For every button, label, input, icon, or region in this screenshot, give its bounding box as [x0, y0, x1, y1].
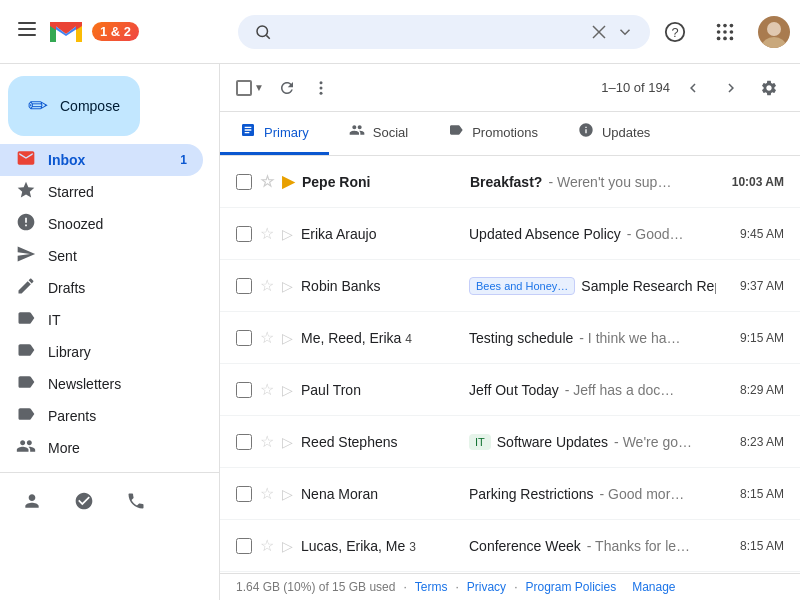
email-checkbox[interactable] — [236, 330, 252, 346]
manage-link[interactable]: Manage — [632, 580, 675, 594]
terms-link[interactable]: Terms — [415, 580, 448, 594]
search-icon — [254, 23, 272, 41]
email-row[interactable]: ☆ ▷ Paul Tron Jeff Out Today - Jeff has … — [220, 364, 800, 416]
apps-icon[interactable] — [708, 15, 742, 49]
email-preview: Jeff Out Today - Jeff has a doc… — [469, 382, 716, 398]
svg-point-5 — [257, 26, 268, 37]
email-row[interactable]: ☆ ▷ Reed Stephens IT Software Updates - … — [220, 416, 800, 468]
star-icon[interactable]: ☆ — [260, 172, 274, 191]
sidebar: ✏ Compose Inbox 1 Starred Snoozed — [0, 64, 220, 600]
tab-primary[interactable]: Primary — [220, 112, 329, 155]
star-icon[interactable]: ☆ — [260, 432, 274, 451]
help-icon[interactable]: ? — [658, 15, 692, 49]
tab-promotions[interactable]: Promotions — [428, 112, 558, 155]
email-subject: Jeff Out Today — [469, 382, 559, 398]
important-icon[interactable]: ▶ — [282, 172, 294, 191]
email-row[interactable]: ☆ ▷ Nena Moran Parking Restrictions - Go… — [220, 468, 800, 520]
settings-icon[interactable] — [754, 73, 784, 103]
forward-icon[interactable]: ▷ — [282, 538, 293, 554]
forward-icon[interactable]: ▷ — [282, 330, 293, 346]
svg-point-13 — [730, 23, 734, 27]
email-chip: IT — [469, 434, 491, 450]
email-time: 9:45 AM — [724, 227, 784, 241]
select-all-checkbox[interactable]: ▼ — [236, 80, 264, 96]
clear-search-icon[interactable] — [590, 23, 608, 41]
sidebar-item-library[interactable]: Library — [0, 336, 203, 368]
sidebar-item-drafts[interactable]: Drafts — [0, 272, 203, 304]
email-row[interactable]: ☆ ▷ Erika Araujo Updated Absence Policy … — [220, 208, 800, 260]
sidebar-item-snoozed[interactable]: Snoozed — [0, 208, 203, 240]
select-all-cb[interactable] — [236, 80, 252, 96]
forward-icon[interactable]: ▷ — [282, 278, 293, 294]
svg-point-21 — [762, 37, 786, 48]
email-count-badge: 3 — [409, 540, 416, 554]
star-icon[interactable]: ☆ — [260, 536, 274, 555]
drafts-icon — [16, 276, 36, 301]
forward-icon[interactable]: ▷ — [282, 382, 293, 398]
it-label-icon — [16, 308, 36, 333]
email-list: ☆ ▶ Pepe Roni Breakfast? - Weren't you s… — [220, 156, 800, 573]
sidebar-item-inbox[interactable]: Inbox 1 — [0, 144, 203, 176]
forward-icon[interactable]: ▷ — [282, 226, 293, 242]
snoozed-icon — [16, 212, 36, 237]
sidebar-item-starred[interactable]: Starred — [0, 176, 203, 208]
email-row[interactable]: ☆ ▷ Robin Banks Bees and Honey… Sample R… — [220, 260, 800, 312]
email-checkbox[interactable] — [236, 174, 252, 190]
tab-updates[interactable]: Updates — [558, 112, 670, 155]
compose-label: Compose — [60, 98, 120, 114]
more-toolbar-icon[interactable] — [306, 73, 336, 103]
search-bar[interactable]: projector — [238, 15, 650, 49]
email-preview: Parking Restrictions - Good mor… — [469, 486, 716, 502]
prev-page-icon[interactable] — [678, 73, 708, 103]
contacts-icon[interactable] — [16, 485, 48, 517]
tab-social[interactable]: Social — [329, 112, 428, 155]
email-subject: Updated Absence Policy — [469, 226, 621, 242]
newsletters-label-icon — [16, 372, 36, 397]
sidebar-label-sent: Sent — [48, 248, 77, 264]
policies-link[interactable]: Program Policies — [525, 580, 616, 594]
svg-rect-1 — [18, 28, 36, 30]
email-checkbox[interactable] — [236, 538, 252, 554]
promotions-tab-label: Promotions — [472, 125, 538, 140]
email-row[interactable]: ☆ ▶ Pepe Roni Breakfast? - Weren't you s… — [220, 156, 800, 208]
email-checkbox[interactable] — [236, 226, 252, 242]
email-subject: Sample Research Report — [581, 278, 716, 294]
sidebar-item-newsletters[interactable]: Newsletters — [0, 368, 203, 400]
storage-text: 1.64 GB (10%) of 15 GB used — [236, 580, 395, 594]
avatar[interactable] — [758, 16, 790, 48]
menu-icon[interactable] — [10, 12, 44, 51]
search-input[interactable]: projector — [280, 23, 582, 41]
logo-badge: 1 & 2 — [92, 22, 139, 41]
forward-icon[interactable]: ▷ — [282, 434, 293, 450]
select-dropdown-icon[interactable]: ▼ — [254, 82, 264, 93]
star-icon[interactable]: ☆ — [260, 224, 274, 243]
star-icon[interactable]: ☆ — [260, 276, 274, 295]
email-checkbox[interactable] — [236, 278, 252, 294]
sidebar-item-parents[interactable]: Parents — [0, 400, 203, 432]
toolbar-left: ▼ — [236, 73, 336, 103]
inbox-badge: 1 — [180, 153, 187, 167]
email-row[interactable]: ☆ ▷ Lucas, Erika, Me 3 Conference Week -… — [220, 520, 800, 572]
compose-button[interactable]: ✏ Compose — [8, 76, 140, 136]
email-checkbox[interactable] — [236, 486, 252, 502]
footer: 1.64 GB (10%) of 15 GB used · Terms · Pr… — [220, 573, 800, 600]
meet-icon[interactable] — [120, 485, 152, 517]
email-checkbox[interactable] — [236, 434, 252, 450]
search-options-icon[interactable] — [616, 23, 634, 41]
email-subject: Breakfast? — [470, 174, 542, 190]
email-checkbox[interactable] — [236, 382, 252, 398]
star-icon[interactable]: ☆ — [260, 328, 274, 347]
star-icon[interactable]: ☆ — [260, 484, 274, 503]
star-icon[interactable]: ☆ — [260, 380, 274, 399]
email-snippet: - Good… — [627, 226, 684, 242]
chat-icon[interactable] — [68, 485, 100, 517]
sidebar-item-more[interactable]: More — [0, 432, 203, 464]
privacy-link[interactable]: Privacy — [467, 580, 506, 594]
sidebar-item-it[interactable]: IT — [0, 304, 203, 336]
svg-point-11 — [717, 23, 721, 27]
email-row[interactable]: ☆ ▷ Me, Reed, Erika 4 Testing schedule -… — [220, 312, 800, 364]
refresh-button[interactable] — [272, 73, 302, 103]
next-page-icon[interactable] — [716, 73, 746, 103]
forward-icon[interactable]: ▷ — [282, 486, 293, 502]
sidebar-item-sent[interactable]: Sent — [0, 240, 203, 272]
